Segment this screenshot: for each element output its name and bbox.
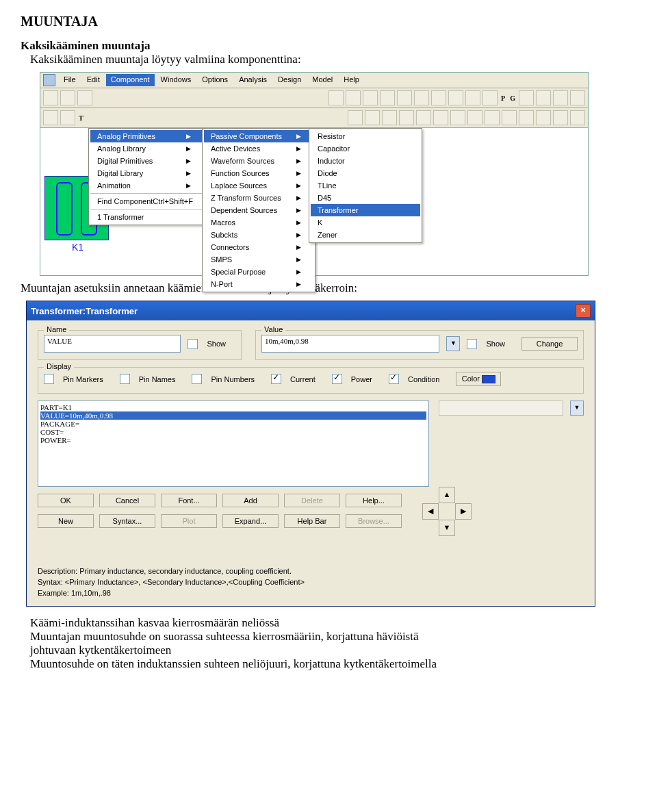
tb2-icon[interactable] <box>365 110 380 125</box>
change-button[interactable]: Change <box>521 337 578 351</box>
tb-misc-icon[interactable] <box>397 90 412 105</box>
sm2-dependent[interactable]: Dependent Sources▶ <box>204 204 313 216</box>
sm3-diode[interactable]: Diode <box>311 167 420 179</box>
expand-button[interactable]: Expand... <box>222 514 279 528</box>
menu-help[interactable]: Help <box>339 74 364 86</box>
pin-numbers-checkbox[interactable] <box>192 374 202 384</box>
sm3-zener[interactable]: Zener <box>311 229 420 241</box>
property-listbox[interactable]: PART=K1 VALUE=10m,40m,0.98 PACKAGE= COST… <box>38 401 429 487</box>
pin-names-checkbox[interactable] <box>120 374 130 384</box>
submenu-analog-primitives[interactable]: Analog Primitives▶ <box>90 130 203 142</box>
font-button[interactable]: Font... <box>161 494 217 507</box>
menu-options[interactable]: Options <box>197 74 233 86</box>
value-input[interactable]: 10m,40m,0.98 <box>261 335 439 353</box>
tb-misc-icon[interactable] <box>482 90 498 105</box>
submenu-digital-primitives[interactable]: Digital Primitives▶ <box>90 155 203 167</box>
add-button[interactable]: Add <box>222 494 279 507</box>
tb2-icon[interactable] <box>399 110 414 125</box>
tb-misc-icon[interactable] <box>553 90 568 105</box>
menu-design[interactable]: Design <box>273 74 306 86</box>
pin-markers-checkbox[interactable] <box>44 374 54 384</box>
name-show-checkbox[interactable] <box>188 339 198 349</box>
tb2-icon[interactable] <box>433 110 448 125</box>
tb-misc-icon[interactable] <box>363 90 378 105</box>
plot-button[interactable]: Plot <box>161 514 217 528</box>
help-button[interactable]: Help... <box>346 494 402 507</box>
menu-analysis[interactable]: Analysis <box>234 74 272 86</box>
menu-file[interactable]: File <box>59 74 81 86</box>
tb2-icon[interactable] <box>60 110 75 125</box>
syntax-button[interactable]: Syntax... <box>99 514 155 528</box>
sm3-inductor[interactable]: Inductor <box>311 155 420 167</box>
sm2-macros[interactable]: Macros▶ <box>204 216 313 229</box>
tb-misc-icon[interactable] <box>328 90 344 105</box>
submenu-recent-transformer[interactable]: 1 Transformer <box>90 211 203 223</box>
tb2-icon[interactable] <box>43 110 58 125</box>
arrow-right-icon[interactable]: ▶ <box>455 503 472 520</box>
name-input[interactable]: VALUE <box>44 335 181 353</box>
tb-misc-icon[interactable] <box>519 90 534 105</box>
helpbar-button[interactable]: Help Bar <box>284 514 340 528</box>
tb2-icon[interactable] <box>485 110 500 125</box>
power-checkbox[interactable] <box>332 374 342 384</box>
condition-checkbox[interactable] <box>389 374 399 384</box>
tb-save-icon[interactable] <box>77 90 92 105</box>
sm2-connectors[interactable]: Connectors▶ <box>204 241 313 253</box>
sm3-k[interactable]: K <box>311 216 420 229</box>
sm3-transformer[interactable]: Transformer <box>311 204 420 216</box>
list-item[interactable]: VALUE=10m,40m,0.98 <box>40 411 426 420</box>
tb2-icon[interactable] <box>348 110 363 125</box>
sm2-ztransform[interactable]: Z Transform Sources▶ <box>204 192 313 204</box>
tb2-icon[interactable] <box>519 110 534 125</box>
submenu-animation[interactable]: Animation▶ <box>90 179 203 192</box>
tb2-zoomin-icon[interactable] <box>553 110 568 125</box>
value-dropdown-icon[interactable]: ▼ <box>446 336 460 351</box>
tb-misc-icon[interactable] <box>380 90 395 105</box>
arrow-up-icon[interactable]: ▲ <box>439 487 455 503</box>
sm3-resistor[interactable]: Resistor <box>311 130 420 142</box>
sm2-nport[interactable]: N-Port▶ <box>204 278 313 290</box>
list-item[interactable]: PART=K1 <box>40 403 426 411</box>
sm2-passive[interactable]: Passive Components▶ <box>204 130 313 142</box>
tb2-icon[interactable] <box>502 110 517 125</box>
color-button[interactable]: Color <box>456 372 501 386</box>
submenu-analog-library[interactable]: Analog Library▶ <box>90 142 203 155</box>
list-item[interactable]: COST= <box>40 428 426 436</box>
current-checkbox[interactable] <box>271 374 281 384</box>
aux-combo[interactable] <box>439 401 563 416</box>
close-icon[interactable]: × <box>576 304 591 318</box>
sm3-capacitor[interactable]: Capacitor <box>311 142 420 155</box>
tb2-icon[interactable] <box>536 110 551 125</box>
tb-misc-icon[interactable] <box>448 90 463 105</box>
new-button[interactable]: New <box>38 514 94 528</box>
menu-component[interactable]: Component <box>106 74 155 86</box>
tb-misc-icon[interactable] <box>536 90 551 105</box>
browse-button[interactable]: Browse... <box>346 514 402 528</box>
sm2-smps[interactable]: SMPS▶ <box>204 253 313 266</box>
tb2-icon[interactable] <box>382 110 397 125</box>
list-item[interactable]: POWER= <box>40 436 426 444</box>
menu-edit[interactable]: Edit <box>82 74 105 86</box>
sm2-function[interactable]: Function Sources▶ <box>204 167 313 179</box>
tb-new-icon[interactable] <box>43 90 58 105</box>
tb2-zoomout-icon[interactable] <box>570 110 585 125</box>
list-item[interactable]: PACKAGE= <box>40 420 426 428</box>
tb-misc-icon[interactable] <box>414 90 429 105</box>
tb-misc-icon[interactable] <box>346 90 361 105</box>
tb-misc-icon[interactable] <box>570 90 585 105</box>
ok-button[interactable]: OK <box>38 494 94 507</box>
submenu-find-component[interactable]: Find ComponentCtrl+Shift+F <box>90 195 203 207</box>
tb2-icon[interactable] <box>450 110 465 125</box>
sm2-subckts[interactable]: Subckts▶ <box>204 229 313 241</box>
arrow-down-icon[interactable]: ▼ <box>439 520 455 536</box>
cancel-button[interactable]: Cancel <box>99 494 155 507</box>
delete-button[interactable]: Delete <box>284 494 340 507</box>
submenu-digital-library[interactable]: Digital Library▶ <box>90 167 203 179</box>
tb-open-icon[interactable] <box>60 90 75 105</box>
value-show-checkbox[interactable] <box>467 339 477 349</box>
sm2-special[interactable]: Special Purpose▶ <box>204 266 313 278</box>
arrow-left-icon[interactable]: ◀ <box>422 503 439 520</box>
tb-misc-icon[interactable] <box>465 90 480 105</box>
aux-dropdown-icon[interactable]: ▼ <box>570 401 584 416</box>
tb2-icon[interactable] <box>416 110 431 125</box>
